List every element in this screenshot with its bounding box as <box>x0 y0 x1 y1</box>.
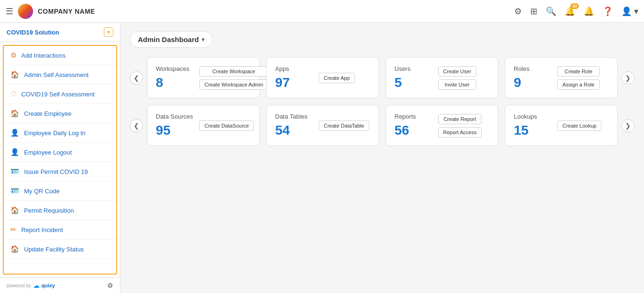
sidebar-item-label-7: My QR Code <box>24 188 59 195</box>
bell-icon[interactable]: 🔔 <box>584 6 594 17</box>
settings-icon[interactable]: ⚙ <box>514 6 522 17</box>
card-info: Reports 56 <box>395 113 432 138</box>
card-action-btn[interactable]: Create Role <box>557 66 600 77</box>
nav-left: ☰ COMPANY NAME <box>6 4 95 19</box>
user-icon[interactable]: 👤 ▾ <box>621 6 638 17</box>
sidebar-item-label-2: COVID19 Self Assessment <box>21 91 94 98</box>
sidebar-item-icon-6: 🪪 <box>10 167 19 176</box>
card-value: 9 <box>514 75 551 90</box>
sidebar-item-2[interactable]: ♡ COVID19 Self Assessment <box>4 85 116 104</box>
card-info: Roles 9 <box>514 65 551 90</box>
card-action-btn[interactable]: Report Access <box>438 127 482 138</box>
cards-row-2: Data Sources 95 Create DataSource Data T… <box>147 105 618 146</box>
sidebar-item-6[interactable]: 🪪 Issue Permit COVID 19 <box>4 162 116 181</box>
sidebar-item-10[interactable]: 🏠 Update Facility Status <box>4 240 116 259</box>
cards-row-1-container: ❮ Workspaces 8 Create WorkspaceCreate Wo… <box>130 57 635 98</box>
card-action-btn[interactable]: Create Report <box>438 114 482 124</box>
sidebar-item-label-5: Employee Logout <box>24 149 72 156</box>
sidebar-item-4[interactable]: 👤 Employee Daily Log In <box>4 123 116 143</box>
card-actions: Create App <box>319 73 355 83</box>
card-actions: Create RoleAssign a Role <box>557 66 600 90</box>
sidebar-item-label-4: Employee Daily Log In <box>24 129 85 137</box>
next-arrow-2[interactable]: ❯ <box>621 119 635 132</box>
card-label: Lookups <box>514 113 551 120</box>
sidebar: COVID19 Solution ▾ ⚙ Add Interactions 🏠 … <box>0 23 120 293</box>
card-actions: Create DataSource <box>199 121 254 131</box>
prev-arrow[interactable]: ❮ <box>130 71 143 85</box>
sidebar-item-icon-3: 🏠 <box>10 109 19 118</box>
main-layout: COVID19 Solution ▾ ⚙ Add Interactions 🏠 … <box>0 23 644 293</box>
powered-by: powered by ☁ quixy <box>7 282 55 289</box>
chevron-down-icon: ▾ <box>202 36 204 43</box>
sidebar-item-0[interactable]: ⚙ Add Interactions <box>4 46 116 65</box>
sidebar-item-1[interactable]: 🏠 Admin Self Assessment <box>4 65 116 85</box>
sidebar-item-label-6: Issue Permit COVID 19 <box>24 168 88 175</box>
sidebar-item-8[interactable]: 🏠 Permit Requisition <box>4 201 116 220</box>
card-action-btn[interactable]: Invite User <box>438 79 476 90</box>
search-icon[interactable]: 🔍 <box>546 6 556 17</box>
company-name: COMPANY NAME <box>38 8 95 15</box>
card-label: Roles <box>514 65 551 72</box>
card-data-sources: Data Sources 95 Create DataSource <box>147 105 260 146</box>
card-label: Data Tables <box>275 113 313 120</box>
card-action-btn[interactable]: Create User <box>438 66 476 77</box>
sidebar-collapse-button[interactable]: ▾ <box>104 27 113 37</box>
sidebar-item-icon-7: 🪪 <box>10 187 19 195</box>
card-value: 8 <box>156 75 194 90</box>
card-info: Data Tables 54 <box>275 113 313 138</box>
sidebar-settings-icon[interactable]: ⚙ <box>107 282 113 289</box>
sidebar-item-icon-1: 🏠 <box>10 70 19 79</box>
sidebar-item-7[interactable]: 🪪 My QR Code <box>4 181 116 201</box>
card-label: Workspaces <box>156 65 194 72</box>
sidebar-title: COVID19 Solution <box>7 29 59 36</box>
card-value: 95 <box>156 123 194 138</box>
sidebar-item-icon-8: 🏠 <box>10 206 19 215</box>
sidebar-item-label-1: Admin Self Assessment <box>24 71 89 78</box>
sidebar-item-icon-5: 👤 <box>10 148 19 156</box>
company-logo <box>18 4 33 19</box>
card-action-btn[interactable]: Create App <box>319 73 355 83</box>
sidebar-item-label-10: Update Facility Status <box>24 246 84 253</box>
card-action-btn[interactable]: Create Lookup <box>557 121 602 131</box>
quixy-logo: quixy <box>42 283 55 288</box>
card-value: 15 <box>514 123 551 138</box>
main-content: Admin Dashboard ▾ ❮ Workspaces 8 Create … <box>120 23 644 293</box>
card-action-btn[interactable]: Create DataSource <box>199 121 254 131</box>
page-header: Admin Dashboard ▾ <box>130 31 635 48</box>
card-action-btn[interactable]: Create DataTable <box>319 121 370 131</box>
sidebar-item-9[interactable]: ✏ Report Incident <box>4 220 116 240</box>
sidebar-item-5[interactable]: 👤 Employee Logout <box>4 143 116 162</box>
card-action-btn[interactable]: Create Workspace <box>199 66 269 77</box>
card-value: 5 <box>395 75 432 90</box>
sidebar-item-label-3: Create Employee <box>24 110 71 117</box>
quixy-icon: ☁ <box>33 282 40 289</box>
card-info: Lookups 15 <box>514 113 551 138</box>
nav-right: ⚙ ⊞ 🔍 🔔30 🔔 ❓ 👤 ▾ <box>514 6 638 17</box>
notification-badge: 30 <box>570 3 579 9</box>
card-label: Apps <box>275 65 313 72</box>
sidebar-item-icon-10: 🏠 <box>10 245 19 253</box>
card-info: Apps 97 <box>275 65 313 90</box>
dashboard-title: Admin Dashboard <box>138 35 199 43</box>
notifications-icon[interactable]: 🔔30 <box>565 6 575 17</box>
powered-by-text: powered by <box>7 283 31 288</box>
sidebar-item-icon-4: 👤 <box>10 129 19 137</box>
sidebar-item-3[interactable]: 🏠 Create Employee <box>4 104 116 123</box>
card-action-btn[interactable]: Assign a Role <box>557 79 600 90</box>
dashboard-title-button[interactable]: Admin Dashboard ▾ <box>130 31 212 48</box>
card-action-btn[interactable]: Create Workspace Admin <box>199 79 269 90</box>
card-workspaces: Workspaces 8 Create WorkspaceCreate Work… <box>147 57 260 98</box>
prev-arrow-2[interactable]: ❮ <box>130 119 143 132</box>
card-data-tables: Data Tables 54 Create DataTable <box>266 105 379 146</box>
hamburger-menu[interactable]: ☰ <box>6 6 13 17</box>
card-actions: Create WorkspaceCreate Workspace Admin <box>199 66 269 90</box>
help-icon[interactable]: ❓ <box>602 6 613 17</box>
card-label: Reports <box>395 113 432 120</box>
card-label: Users <box>395 65 432 72</box>
card-info: Workspaces 8 <box>156 65 194 90</box>
dashboard-icon[interactable]: ⊞ <box>530 6 537 17</box>
next-arrow[interactable]: ❯ <box>621 71 635 85</box>
cards-row-2-container: ❮ Data Sources 95 Create DataSource Data… <box>130 105 635 146</box>
card-info: Data Sources 95 <box>156 113 194 138</box>
sidebar-item-label-0: Add Interactions <box>21 52 66 59</box>
